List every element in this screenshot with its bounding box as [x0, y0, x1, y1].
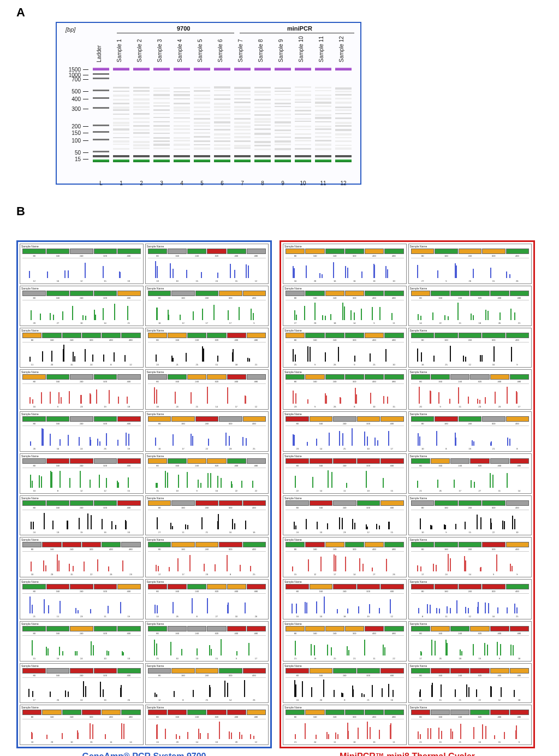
- peak: [120, 272, 121, 277]
- peak: [200, 483, 201, 487]
- peak: [91, 515, 92, 529]
- peak: [67, 521, 68, 529]
- locus-marker: [247, 584, 266, 589]
- electropherogram-cell: Sample Name8016024032040048017261819818: [408, 621, 532, 662]
- electropherogram-grid-minipcr: Sample Name80160240320400480162016161310…: [280, 240, 535, 748]
- marker-row: [411, 458, 530, 464]
- locus-marker: [365, 291, 384, 296]
- peak: [295, 476, 296, 488]
- allele-row: 102315222623: [22, 573, 141, 576]
- locus-marker: [506, 542, 530, 547]
- ladder-tick: 100: [72, 138, 88, 144]
- peak: [48, 605, 49, 613]
- peak: [118, 397, 119, 404]
- allele-row: 2410231215: [286, 531, 404, 534]
- peak: [448, 316, 449, 320]
- peak: [68, 692, 69, 697]
- axis-row: 80160240320400: [148, 506, 266, 509]
- peak: [29, 357, 31, 362]
- peak-area: [22, 719, 141, 739]
- locus-marker: [195, 500, 219, 506]
- peak: [437, 480, 438, 488]
- peak-area: [286, 300, 404, 320]
- lane-header: Sample 8: [258, 35, 264, 62]
- peak: [295, 684, 296, 697]
- peak-area: [411, 468, 530, 488]
- peak: [458, 387, 459, 404]
- marker-row: [148, 668, 266, 674]
- axis-row: 80160240320400480: [411, 380, 530, 383]
- peak: [417, 481, 418, 488]
- peak: [44, 599, 45, 613]
- locus-marker: [310, 584, 333, 589]
- allele-row: 2616242619: [22, 447, 141, 451]
- peak: [346, 483, 347, 487]
- peak: [41, 392, 42, 404]
- locus-marker: [411, 710, 430, 715]
- group-label-minipcr: miniPCR: [287, 25, 312, 32]
- marker-row: [411, 416, 530, 422]
- locus-marker: [384, 249, 403, 254]
- peak: [245, 396, 246, 404]
- peak: [327, 523, 328, 529]
- marker-row: [22, 458, 141, 464]
- axis-row: 80160240320400480: [22, 716, 141, 718]
- allele-row: 212617271114: [411, 489, 530, 493]
- electropherogram-cell: Sample Name80160240320400279261526: [408, 244, 532, 284]
- peak: [72, 306, 73, 320]
- allele-row: 142211182621: [411, 322, 530, 325]
- locus-marker: [490, 710, 509, 715]
- locus-marker: [365, 374, 384, 380]
- marker-row: [148, 291, 266, 296]
- peak: [108, 651, 109, 655]
- peak: [227, 683, 228, 697]
- axis-row: 80160240320400480: [22, 339, 141, 341]
- peak: [42, 356, 43, 362]
- locus-marker: [310, 668, 333, 674]
- electropherogram-cell: Sample Name8016024032040048011201524812: [20, 328, 144, 368]
- peak: [512, 516, 513, 529]
- cell-title: Sample Name: [410, 622, 427, 625]
- peak: [490, 268, 491, 277]
- axis-row: 80160240320400: [411, 422, 530, 425]
- peak: [249, 358, 250, 362]
- locus-marker: [46, 500, 70, 506]
- cell-title: Sample Name: [147, 329, 164, 332]
- peak: [488, 603, 489, 613]
- peak: [379, 525, 380, 529]
- peak: [192, 436, 193, 446]
- peak: [208, 439, 209, 446]
- peak: [391, 313, 393, 320]
- peak: [420, 521, 421, 529]
- peak: [170, 523, 171, 529]
- peak: [455, 438, 456, 445]
- marker-row: [286, 542, 404, 547]
- locus-marker: [357, 416, 380, 422]
- peak: [441, 731, 442, 739]
- peak: [342, 433, 343, 446]
- locus-marker: [470, 710, 489, 715]
- locus-marker: [46, 458, 70, 464]
- allele-row: 811121625: [411, 615, 530, 618]
- locus-marker: [384, 626, 403, 631]
- cell-title: Sample Name: [147, 580, 164, 583]
- locus-marker: [195, 416, 219, 422]
- marker-row: [148, 458, 266, 464]
- peak: [430, 391, 431, 404]
- peak: [155, 438, 156, 446]
- electropherogram-cell: Sample Name80160240320400171723825: [145, 537, 269, 577]
- peak: [367, 722, 368, 739]
- cell-title: Sample Name: [21, 580, 39, 583]
- axis-row: 80160240320400: [22, 422, 141, 425]
- peak: [210, 687, 211, 697]
- locus-marker: [506, 333, 530, 338]
- peak: [379, 307, 380, 320]
- electropherogram-cell: Sample Name80160240320400480102310261414: [20, 705, 144, 745]
- peak: [513, 645, 514, 655]
- peak: [417, 265, 418, 277]
- electropherogram-cell: Sample Name80160240320400162512169: [408, 328, 532, 368]
- axis-row: 80160240320400480: [148, 716, 266, 718]
- peak: [236, 651, 237, 655]
- peak: [154, 640, 155, 655]
- peak: [172, 526, 173, 530]
